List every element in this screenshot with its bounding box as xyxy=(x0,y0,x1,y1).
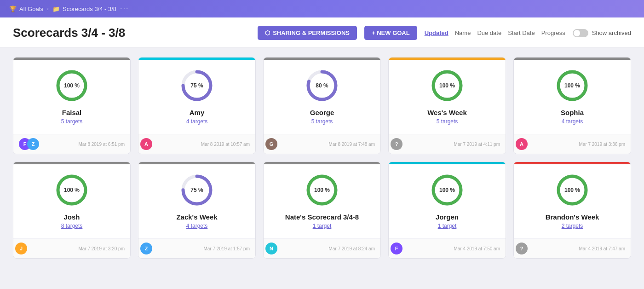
card-targets[interactable]: 5 targets xyxy=(311,118,333,125)
new-goal-label: + NEW GOAL xyxy=(372,29,410,36)
nav-all-goals[interactable]: 🏆 All Goals xyxy=(9,6,43,12)
card-date: Mar 7 2019 at 1:57 pm xyxy=(155,246,250,251)
progress-value: 75 % xyxy=(190,187,203,193)
card-avatars: A xyxy=(144,138,152,150)
card-targets[interactable]: 1 target xyxy=(313,223,332,229)
progress-circle: 75 % xyxy=(180,173,213,207)
avatar: J xyxy=(15,243,27,254)
card-targets[interactable]: 2 targets xyxy=(562,223,583,229)
card-date: Mar 4 2019 at 7:47 am xyxy=(530,246,625,251)
card-name: Brandon's Week xyxy=(546,213,599,221)
card-body: 100 % Wes's Week 5 targets xyxy=(389,60,506,134)
card-brandons-week: 100 % Brandon's Week 2 targets ? Mar 4 2… xyxy=(513,162,631,259)
progress-circle: 100 % xyxy=(305,173,339,207)
folder-icon: 📁 xyxy=(52,6,60,12)
sort-start-date[interactable]: Start Date xyxy=(508,29,535,36)
card-avatars: A xyxy=(519,138,528,150)
card-footer: FZ Mar 8 2019 at 6:51 pm xyxy=(13,134,130,154)
card-name: George xyxy=(310,109,334,116)
progress-value: 100 % xyxy=(64,82,80,89)
card-amy: 75 % Amy 4 targets A Mar 8 2019 at 10:57… xyxy=(138,57,256,154)
card-targets[interactable]: 5 targets xyxy=(61,118,83,125)
card-avatars: ? xyxy=(394,138,402,150)
nav-all-goals-label: All Goals xyxy=(19,6,43,12)
card-targets[interactable]: 4 targets xyxy=(186,223,208,229)
progress-value: 100 % xyxy=(314,187,330,193)
card-body: 100 % Josh 8 targets xyxy=(13,164,130,238)
sort-updated[interactable]: Updated xyxy=(425,29,448,36)
avatar: N xyxy=(265,243,277,254)
page-header: Scorecards 3/4 - 3/8 ⬡ SHARING & PERMISS… xyxy=(0,17,644,48)
sharing-permissions-button[interactable]: ⬡ SHARING & PERMISSIONS xyxy=(258,26,357,40)
card-targets[interactable]: 1 target xyxy=(438,223,457,229)
avatar: ? xyxy=(516,243,528,254)
avatar: Z xyxy=(27,138,39,150)
show-archived-label: Show archived xyxy=(592,29,631,36)
sort-options-bar: Updated Name Due date Start Date Progres… xyxy=(425,29,565,36)
card-george: 80 % George 5 targets G Mar 8 2019 at 7:… xyxy=(263,57,381,154)
sort-progress[interactable]: Progress xyxy=(541,29,565,36)
avatar: A xyxy=(140,138,152,150)
card-nates-scorecard: 100 % Nate's Scorecard 3/4-8 1 target N … xyxy=(263,162,381,259)
card-name: Sophia xyxy=(561,109,584,116)
card-body: 100 % Brandon's Week 2 targets xyxy=(514,164,631,238)
card-footer: ? Mar 4 2019 at 7:47 am xyxy=(514,238,631,258)
avatar: ? xyxy=(391,138,402,150)
sort-name[interactable]: Name xyxy=(455,29,471,36)
card-body: 80 % George 5 targets xyxy=(264,60,380,134)
card-footer: G Mar 8 2019 at 7:48 am xyxy=(264,134,380,154)
show-archived-toggle-container: Show archived xyxy=(573,29,631,37)
avatar: A xyxy=(516,138,528,150)
progress-value: 100 % xyxy=(439,82,455,89)
progress-value: 80 % xyxy=(316,82,328,89)
card-footer: N Mar 7 2019 at 8:24 am xyxy=(264,238,380,258)
card-date: Mar 8 2019 at 7:48 am xyxy=(280,142,375,147)
card-footer: Z Mar 7 2019 at 1:57 pm xyxy=(138,238,255,258)
card-body: 75 % Amy 4 targets xyxy=(138,60,255,134)
progress-circle: 80 % xyxy=(305,69,339,102)
card-targets[interactable]: 4 targets xyxy=(562,118,583,125)
card-faisal: 100 % Faisal 5 targets FZ Mar 8 2019 at … xyxy=(13,57,131,154)
progress-value: 100 % xyxy=(64,187,80,193)
card-name: Jorgen xyxy=(436,213,459,221)
card-name: Faisal xyxy=(62,109,82,116)
card-sophia: 100 % Sophia 4 targets A Mar 7 2019 at 3… xyxy=(513,57,631,154)
card-avatars: J xyxy=(19,243,27,254)
cards-grid: 100 % Faisal 5 targets FZ Mar 8 2019 at … xyxy=(13,57,631,259)
progress-circle: 100 % xyxy=(556,69,589,102)
nav-separator: › xyxy=(47,6,49,12)
nav-scorecard[interactable]: 📁 Scorecards 3/4 - 3/8 xyxy=(52,6,116,12)
top-navigation: 🏆 All Goals › 📁 Scorecards 3/4 - 3/8 ··· xyxy=(0,0,644,17)
card-targets[interactable]: 5 targets xyxy=(437,118,458,125)
new-goal-button[interactable]: + NEW GOAL xyxy=(364,26,417,40)
card-name: Josh xyxy=(63,213,80,221)
card-body: 100 % Sophia 4 targets xyxy=(514,60,631,134)
card-body: 75 % Zack's Week 4 targets xyxy=(138,164,255,238)
progress-value: 100 % xyxy=(564,82,580,89)
main-content: 100 % Faisal 5 targets FZ Mar 8 2019 at … xyxy=(0,48,644,268)
card-name: Wes's Week xyxy=(427,109,467,116)
nav-scorecard-label: Scorecards 3/4 - 3/8 xyxy=(63,6,116,12)
card-targets[interactable]: 4 targets xyxy=(186,118,208,125)
progress-circle: 100 % xyxy=(55,69,88,102)
card-zacks-week: 75 % Zack's Week 4 targets Z Mar 7 2019 … xyxy=(138,162,256,259)
card-footer: A Mar 8 2019 at 10:57 am xyxy=(138,134,255,154)
avatar: G xyxy=(265,138,277,150)
progress-value: 75 % xyxy=(190,82,203,89)
sort-due-date[interactable]: Due date xyxy=(477,29,501,36)
card-name: Amy xyxy=(190,109,205,116)
card-targets[interactable]: 8 targets xyxy=(61,223,83,229)
card-body: 100 % Nate's Scorecard 3/4-8 1 target xyxy=(264,164,380,238)
avatar: Z xyxy=(140,243,152,254)
card-date: Mar 8 2019 at 6:51 pm xyxy=(42,142,125,147)
progress-circle: 100 % xyxy=(431,173,464,207)
card-footer: A Mar 7 2019 at 3:36 pm xyxy=(514,134,631,154)
avatar: F xyxy=(391,243,402,254)
nav-more-options[interactable]: ··· xyxy=(120,5,129,13)
page-title: Scorecards 3/4 - 3/8 xyxy=(13,26,250,40)
card-jorgen: 100 % Jorgen 1 target F Mar 4 2019 at 7:… xyxy=(388,162,506,259)
card-name: Nate's Scorecard 3/4-8 xyxy=(285,213,359,221)
card-avatars: Z xyxy=(144,243,152,254)
progress-value: 100 % xyxy=(439,187,455,193)
show-archived-toggle[interactable] xyxy=(573,29,588,37)
